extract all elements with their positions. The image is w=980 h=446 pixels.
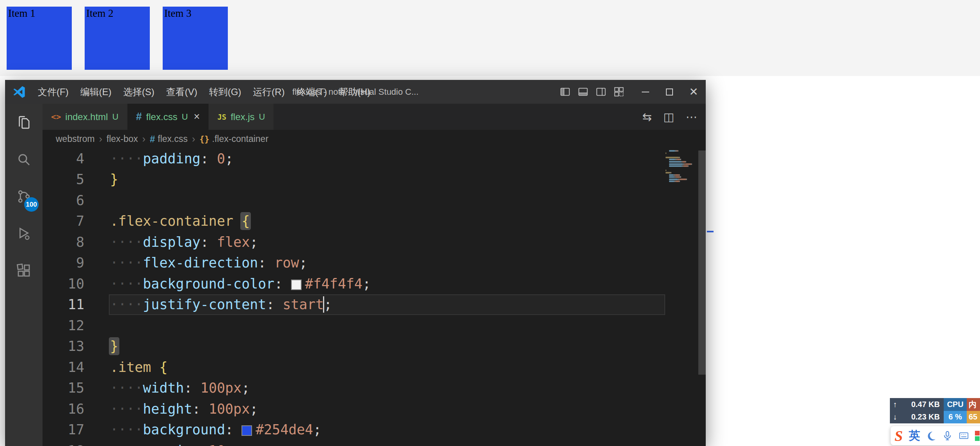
minimap-seg: [666, 152, 666, 154]
code-text: ····background: #254de4;: [84, 422, 321, 437]
line-number: 14: [43, 359, 84, 375]
code-line[interactable]: 16····height: 100px;: [43, 398, 706, 419]
activity-explorer-icon[interactable]: [5, 104, 43, 141]
untracked-badge: U: [112, 112, 119, 122]
activity-source-control-icon[interactable]: 100: [5, 178, 43, 215]
maximize-button[interactable]: [657, 80, 682, 104]
desktop: Item 1Item 2Item 3 文件(F)编辑(E)选择(S)查看(V)转…: [0, 0, 980, 446]
code-line[interactable]: 12: [43, 315, 706, 336]
color-swatch[interactable]: [241, 425, 252, 436]
minimap-seg: [676, 181, 679, 182]
minimap-seg: [669, 163, 683, 165]
token: row: [274, 255, 299, 271]
ime-toolbar[interactable]: S 英: [891, 426, 980, 445]
mic-icon[interactable]: [942, 430, 953, 441]
tab-index.html[interactable]: <>index.htmlU: [43, 104, 128, 130]
minimap-line: [666, 161, 703, 163]
token: 0: [217, 151, 225, 166]
menu-item[interactable]: 运行(R): [247, 80, 290, 104]
menu-item[interactable]: 转到(G): [203, 80, 247, 104]
token: :: [225, 422, 241, 437]
halfwidth-moon-icon[interactable]: [926, 430, 936, 441]
editor-actions: ⇆◫⋯: [642, 104, 706, 130]
close-icon: ✕: [689, 87, 698, 97]
minimap-seg: [666, 179, 669, 180]
toggle-secondary-sidebar-icon[interactable]: [592, 80, 610, 104]
minimize-icon: [642, 92, 649, 92]
customize-layout-icon[interactable]: [610, 80, 628, 104]
toggle-primary-sidebar-icon[interactable]: [556, 80, 574, 104]
tab-flex.js[interactable]: JSflex.jsU: [209, 104, 274, 130]
tab-flex.css[interactable]: #flex.cssU×: [128, 104, 209, 130]
minimap-seg: [669, 179, 678, 180]
editor: 4····padding: 0;5}67.flex-container {8··…: [43, 148, 706, 446]
menu-item[interactable]: 选择(S): [117, 80, 160, 104]
code-lines: 4····padding: 0;5}67.flex-container {8··…: [43, 148, 706, 446]
tab-close-icon[interactable]: ×: [194, 111, 200, 123]
sogou-logo-icon[interactable]: S: [895, 428, 903, 443]
breadcrumb-item[interactable]: #flex.css: [150, 134, 188, 145]
minimap-line: [666, 157, 703, 158]
color-swatch[interactable]: [291, 280, 302, 290]
activity-search-icon[interactable]: [5, 141, 43, 178]
token: ····: [110, 443, 143, 446]
minimize-button[interactable]: [633, 80, 657, 104]
code-line[interactable]: 17····background: #254de4;: [43, 419, 706, 441]
toolbox-icon[interactable]: [975, 431, 980, 441]
breadcrumb-item[interactable]: webstrom: [56, 134, 95, 144]
code-line[interactable]: 15····width: 100px;: [43, 378, 706, 399]
minimap-seg: [679, 157, 680, 158]
breadcrumb-label: flex.css: [158, 134, 188, 144]
code-line[interactable]: 14.item {: [43, 357, 706, 378]
network-monitor-widget[interactable]: ↑ 0.47 KB CPU 内 ↓ 0.23 KB 6 % 65: [890, 398, 980, 423]
line-number: 7: [43, 213, 84, 229]
activity-run-debug-icon[interactable]: [5, 215, 43, 252]
memory-value: 65: [967, 411, 980, 424]
line-number: 12: [43, 318, 84, 333]
minimap-seg: [669, 165, 682, 167]
token: }: [110, 338, 118, 354]
code-line[interactable]: 7.flex-container {: [43, 211, 706, 232]
code-line[interactable]: 5}: [43, 169, 706, 190]
token: .flex-container: [110, 213, 233, 229]
keyboard-icon[interactable]: [959, 430, 969, 441]
minimap-seg: [685, 163, 691, 165]
breadcrumb-item[interactable]: flex-box: [107, 134, 138, 144]
vscode-logo-icon: [12, 85, 26, 99]
token: ;: [250, 401, 258, 417]
toggle-panel-icon[interactable]: [574, 80, 592, 104]
minimap-seg: [680, 179, 686, 180]
minimap-seg: [666, 150, 669, 152]
js-file-icon: JS: [217, 113, 226, 121]
activity-extensions-icon[interactable]: [5, 252, 43, 289]
line-number: 13: [43, 338, 84, 354]
code-line[interactable]: 18····margin: 10px;: [43, 440, 706, 446]
menu-item[interactable]: 文件(F): [32, 80, 75, 104]
code-text: }: [84, 338, 118, 354]
code-line[interactable]: 13}: [43, 336, 706, 357]
code-line[interactable]: 4····padding: 0;: [43, 148, 706, 169]
token: margin: [143, 443, 192, 446]
menu-item[interactable]: 查看(V): [160, 80, 203, 104]
ime-language-mode[interactable]: 英: [909, 428, 920, 444]
more-actions-icon[interactable]: ⋯: [686, 110, 697, 124]
split-editor-icon[interactable]: ◫: [664, 110, 674, 124]
token: {: [241, 213, 250, 229]
code-line[interactable]: 6: [43, 190, 706, 211]
code-line[interactable]: 9····flex-direction: row;: [43, 253, 706, 274]
minimap[interactable]: [666, 150, 703, 183]
minimap-line: [666, 159, 703, 160]
breadcrumb-separator: ›: [192, 133, 195, 145]
code-line[interactable]: 11····justify-content: start;: [43, 294, 706, 315]
scrollbar-thumb[interactable]: [698, 150, 706, 375]
breadcrumb-item[interactable]: {}.flex-container: [199, 134, 268, 144]
line-number: 17: [43, 422, 84, 437]
cpu-label: CPU: [944, 398, 967, 411]
menu-item[interactable]: 编辑(E): [75, 80, 117, 104]
minimap-seg: [666, 176, 669, 178]
close-button[interactable]: ✕: [682, 80, 706, 104]
code-line[interactable]: 8····display: flex;: [43, 232, 706, 253]
code-line[interactable]: 10····background-color: #f4f4f4;: [43, 273, 706, 294]
token: display: [143, 234, 201, 250]
open-changes-icon[interactable]: ⇆: [642, 110, 652, 124]
